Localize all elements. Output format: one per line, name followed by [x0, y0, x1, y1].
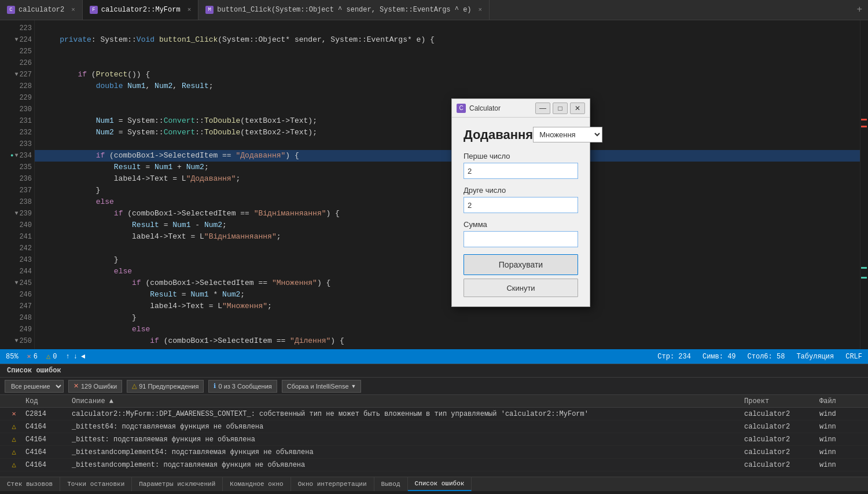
info-icon: ℹ — [214, 382, 216, 390]
tab-close-myform[interactable]: × — [187, 6, 192, 13]
line-numbers-gutter: 223 ▼ 224 225 226 ▼ 227 228 229 230 231 … — [0, 20, 35, 349]
field1-label: Перше число — [464, 152, 578, 160]
warning-project-1: calculator2 — [744, 423, 819, 431]
dialog-minimize-button[interactable]: — — [535, 103, 550, 114]
warning-triangle-icon: △ — [132, 382, 137, 390]
col-header-desc: Описание ▲ — [72, 397, 744, 405]
dialog-body: Додавання Додавання Відніманняання Множе… — [452, 118, 590, 306]
warning-file-1: winn — [819, 423, 866, 431]
tab-myform[interactable]: F calculator2::MyForm × — [83, 0, 198, 20]
tab-close-calculator2[interactable]: × — [71, 6, 75, 13]
dialog-title: Calculator — [469, 104, 535, 112]
warning-project-3: calculator2 — [744, 448, 819, 456]
tab-calculator2[interactable]: C calculator2 × — [0, 0, 83, 20]
warning-code-2: C4164 — [25, 436, 72, 444]
build-intellisense-button[interactable]: Сборка и IntelliSense ▼ — [282, 380, 362, 393]
tab-label-calculator2: calculator2 — [19, 6, 64, 14]
bookmark-indicator-2 — [861, 277, 867, 279]
error-project: calculator2 — [744, 410, 819, 418]
warning-count: 0 — [53, 353, 57, 361]
code-lines[interactable]: private: System::Void button1_Click(Syst… — [35, 20, 860, 349]
tab-error-list[interactable]: Список ошибок — [408, 477, 472, 491]
error-panel: Список ошибок Все решение ✕ 129 Ошибки △… — [0, 364, 868, 477]
bookmark-indicator — [861, 267, 867, 269]
warning-type-icon-3: △ — [2, 448, 25, 456]
filter-dropdown[interactable]: Все решение — [5, 380, 64, 393]
error-type-icon: ✕ — [2, 409, 25, 418]
warning-code-3: C4164 — [25, 448, 72, 456]
scrollbar-indicator[interactable] — [860, 20, 868, 349]
reset-button[interactable]: Скинути — [464, 279, 578, 297]
dialog-title-icon: C — [457, 104, 466, 113]
warning-row-4[interactable]: △ C4164 _bitestandcomplement: подставляе… — [0, 459, 868, 471]
warning-file-4: winn — [819, 461, 866, 469]
calculator-dialog: C Calculator — □ ✕ Додавання Додавання В… — [451, 98, 590, 307]
tab-interpreter[interactable]: Окно интерпретации — [291, 477, 374, 491]
tab-button1click[interactable]: M button1_Click(System::Object ^ sender,… — [198, 0, 490, 20]
tab-command[interactable]: Командное окно — [223, 477, 290, 491]
tab-icon-calculator2: C — [7, 6, 15, 14]
error-toolbar: Все решение ✕ 129 Ошибки △ 91 Предупрежд… — [0, 378, 868, 395]
warning-desc-1: _bittest64: подставляемая функция не объ… — [72, 423, 744, 431]
error-status[interactable]: ✕ 6 — [27, 352, 38, 361]
error-indicator — [861, 119, 867, 120]
warning-type-icon-4: △ — [2, 460, 25, 469]
dialog-header-row: Додавання Додавання Відніманняання Множе… — [464, 127, 578, 142]
status-right: Стр: 234 Симв: 49 Стол6: 58 Табуляция CR… — [657, 353, 862, 361]
error-count-icon: ✕ — [27, 352, 31, 361]
error-count: 6 — [34, 353, 38, 361]
warning-project-2: calculator2 — [744, 436, 819, 444]
tab-breakpoints[interactable]: Точки остановки — [60, 477, 132, 491]
field1-input[interactable] — [464, 163, 578, 179]
warning-type-icon-1: △ — [2, 422, 25, 431]
warning-file-2: winn — [819, 436, 866, 444]
calculate-button[interactable]: Порахувати — [464, 254, 578, 275]
nav-left-btn[interactable]: ◄ — [81, 353, 85, 361]
tab-icon-button1click: M — [205, 6, 214, 14]
warning-code-4: C4164 — [25, 461, 72, 469]
warning-row-1[interactable]: △ C4164 _bittest64: подставляемая функци… — [0, 420, 868, 433]
field2-label: Друге число — [464, 186, 578, 195]
tab-label-button1click: button1_Click(System::Object ^ sender, S… — [217, 6, 471, 14]
warnings-filter-button[interactable]: △ 91 Предупреждения — [127, 380, 204, 393]
nav-down-btn[interactable]: ↓ — [73, 353, 78, 361]
warning-row-2[interactable]: △ C4164 _bittest: подставляемая функция … — [0, 433, 868, 446]
tab-mode: Табуляция — [796, 353, 834, 361]
tab-output[interactable]: Вывод — [374, 477, 408, 491]
code-editor[interactable]: 223 ▼ 224 225 226 ▼ 227 228 229 230 231 … — [0, 20, 868, 349]
line-info: Стр: 234 — [657, 353, 691, 361]
field2-input[interactable] — [464, 197, 578, 213]
messages-filter-button[interactable]: ℹ 0 из 3 Сообщения — [208, 380, 277, 393]
dropdown-arrow-icon: ▼ — [351, 383, 356, 389]
warning-row-3[interactable]: △ C4164 _bitestandcomplement64: подставл… — [0, 446, 868, 459]
field3-label: Сумма — [464, 220, 578, 229]
nav-up-btn[interactable]: ↑ — [65, 353, 69, 361]
operation-dropdown[interactable]: Додавання Відніманняання Множення Діленн… — [533, 127, 602, 142]
status-bar: 85% ✕ 6 △ 0 ↑ ↓ ◄ Стр: 234 Симв: 49 Стол… — [0, 349, 868, 364]
errors-filter-button[interactable]: ✕ 129 Ошибки — [68, 380, 122, 393]
warning-status[interactable]: △ 0 — [46, 352, 57, 361]
error-x-icon: ✕ — [73, 382, 79, 390]
warning-file-3: winn — [819, 448, 866, 456]
dialog-controls: — □ ✕ — [535, 103, 585, 114]
error-row[interactable]: ✕ C2814 calculator2::MyForm::DPI_AWARENE… — [0, 408, 868, 420]
error-desc: calculator2::MyForm::DPI_AWARENESS_CONTE… — [72, 410, 744, 418]
col-header-project: Проект — [744, 397, 819, 405]
nav-controls: ↑ ↓ ◄ — [65, 353, 85, 361]
warning-type-icon-2: △ — [2, 435, 25, 444]
zoom-control[interactable]: 85% — [6, 353, 19, 361]
zoom-level: 85% — [6, 353, 19, 361]
dialog-maximize-button[interactable]: □ — [553, 103, 568, 114]
tab-label-myform: calculator2::MyForm — [101, 6, 181, 14]
dialog-titlebar: C Calculator — □ ✕ — [452, 99, 590, 118]
error-table-body[interactable]: ✕ C2814 calculator2::MyForm::DPI_AWARENE… — [0, 408, 868, 477]
tab-exceptions[interactable]: Параметры исключений — [132, 477, 223, 491]
warning-desc-3: _bitestandcomplement64: подставляемая фу… — [72, 448, 744, 456]
result-input[interactable] — [464, 231, 578, 247]
dialog-close-button[interactable]: ✕ — [570, 103, 585, 114]
tab-add-button[interactable]: + — [851, 5, 868, 15]
error-table-header: Код Описание ▲ Проект Файл — [0, 395, 868, 408]
tab-stack-trace[interactable]: Стек вызовов — [0, 477, 60, 491]
tab-close-button1click[interactable]: × — [479, 6, 483, 13]
sym-info: Симв: 49 — [703, 353, 736, 361]
